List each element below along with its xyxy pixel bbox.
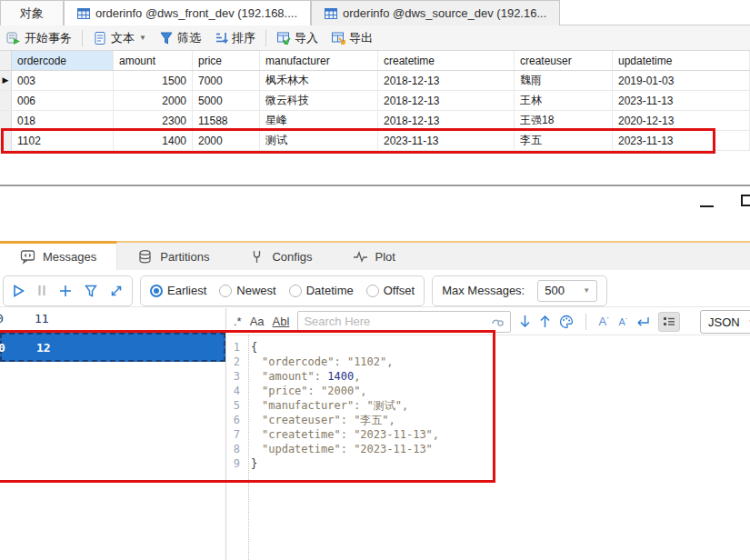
cell-createtime[interactable]: 2018-12-13 (378, 71, 515, 90)
cell-manufacturer[interactable]: 枫禾林木 (260, 71, 378, 90)
column-header-updatetime[interactable]: updatetime (613, 51, 750, 70)
message-row-selected[interactable]: 0 12 (0, 333, 225, 362)
column-header-manufacturer[interactable]: manufacturer (260, 51, 378, 70)
add-button[interactable] (59, 285, 72, 297)
play-button[interactable] (13, 285, 25, 297)
begin-transaction-label: 开始事务 (25, 30, 72, 46)
line-number: 8 (227, 443, 245, 455)
whole-word-toggle[interactable]: Abl (273, 315, 290, 328)
line-number-guide (248, 335, 249, 560)
radio-earliest[interactable]: Earliest (150, 284, 206, 297)
column-header-createtime[interactable]: createtime (378, 51, 515, 70)
line-number: 9 (227, 457, 245, 470)
sort-icon (214, 31, 228, 45)
cell-createtime[interactable]: 2023-11-13 (378, 131, 515, 150)
cell-updatetime[interactable]: 2019-01-03 (613, 71, 750, 90)
begin-transaction-button[interactable]: 开始事务 (0, 27, 78, 49)
cell-amount[interactable]: 1500 (114, 71, 193, 90)
font-decrease-button[interactable]: A˙ (618, 316, 628, 327)
text-view-button[interactable]: 文本 ▼ (86, 27, 153, 49)
format-lines-button[interactable] (658, 312, 680, 332)
cell-ordercode[interactable]: 018 (12, 111, 114, 130)
code-line: 3 "amount": 1400, (227, 369, 750, 384)
cell-amount[interactable]: 1400 (114, 131, 193, 150)
cell-ordercode[interactable]: 003 (12, 71, 114, 90)
tab-plot[interactable]: Plot (333, 243, 415, 270)
json-viewer[interactable]: 1 { 2 "ordercode": "1102", 3 "amount": 1… (227, 335, 750, 560)
offset-value: 12 (36, 341, 51, 355)
panel-divider[interactable] (225, 308, 226, 560)
cell-updatetime[interactable]: 2023-11-13 (613, 131, 750, 150)
cell-createuser[interactable]: 魏雨 (515, 71, 613, 90)
cell-price[interactable]: 2000 (193, 131, 260, 150)
cell-createuser[interactable]: 王强18 (515, 111, 613, 130)
cell-updatetime[interactable]: 2023-11-13 (613, 91, 750, 110)
tab-objects[interactable]: 对象 (0, 0, 64, 25)
tab-orderinfo-source[interactable]: orderinfo @dws_source_dev (192.16... (311, 0, 560, 25)
column-header-amount[interactable]: amount (114, 51, 193, 70)
import-label: 导入 (295, 30, 318, 46)
grid-toolbar: 开始事务 文本 ▼ 筛选 (0, 25, 750, 51)
match-case-toggle[interactable]: Aa (250, 315, 265, 328)
cell-ordercode[interactable]: 1102 (12, 131, 114, 150)
cell-updatetime[interactable]: 2020-12-13 (613, 111, 750, 130)
export-button[interactable]: 导出 (325, 27, 379, 49)
cell-manufacturer[interactable]: 微云科技 (260, 91, 378, 110)
cell-createtime[interactable]: 2018-12-13 (378, 111, 515, 130)
table-row-annotated[interactable]: 1102 1400 2000 测试 2023-11-13 李五 2023-11-… (0, 131, 750, 151)
pause-button[interactable] (37, 285, 46, 296)
max-messages-select[interactable]: 500 ▼ (537, 280, 597, 302)
cell-createuser[interactable]: 王林 (515, 91, 613, 110)
radio-newest[interactable]: Newest (219, 284, 275, 297)
radio-icon (150, 285, 163, 297)
tab-orderinfo-front[interactable]: orderinfo @dws_front_dev (192.168.... (64, 0, 311, 25)
find-previous-icon[interactable] (539, 315, 551, 328)
search-icon[interactable] (492, 316, 505, 327)
export-label: 导出 (349, 30, 373, 46)
tab-plot-label: Plot (375, 250, 395, 264)
radio-newest-label: Newest (236, 284, 275, 297)
tab-partitions[interactable]: Partitions (117, 243, 229, 270)
cell-createtime[interactable]: 2018-12-13 (378, 91, 515, 110)
search-input[interactable] (304, 315, 486, 328)
table-row[interactable]: ▶ 003 1500 7000 枫禾林木 2018-12-13 魏雨 2019-… (0, 71, 750, 91)
sort-button[interactable]: 排序 (207, 27, 262, 49)
maximize-button[interactable] (741, 195, 750, 206)
import-icon (276, 31, 291, 45)
filter-button[interactable] (85, 285, 97, 297)
cell-price[interactable]: 7000 (193, 71, 260, 90)
cell-ordercode[interactable]: 006 (12, 91, 114, 110)
radio-offset[interactable]: Offset (366, 284, 415, 297)
highlight-palette-icon[interactable] (559, 315, 574, 329)
find-next-icon[interactable] (519, 315, 531, 328)
filter-button[interactable]: 筛选 (153, 27, 207, 49)
font-increase-button[interactable]: A˙ (598, 315, 610, 328)
regex-toggle[interactable]: .* (234, 315, 242, 328)
tab-configs[interactable]: Configs (229, 243, 332, 270)
code-line: 8 "updatetime": "2023-11-13" (227, 442, 750, 456)
column-header-createuser[interactable]: createuser (515, 51, 613, 70)
message-row[interactable]: 0 11 (0, 308, 225, 328)
tab-messages[interactable]: Messages (0, 241, 117, 270)
expand-button[interactable] (110, 285, 123, 297)
cell-amount[interactable]: 2300 (114, 111, 193, 130)
minimize-button[interactable] (694, 199, 719, 214)
cell-manufacturer[interactable]: 测试 (260, 131, 378, 150)
column-header-price[interactable]: price (193, 51, 260, 70)
search-box (297, 311, 511, 333)
format-select[interactable]: JSON ▼ (700, 310, 750, 334)
message-viewer-window: Messages Partitions Configs (0, 186, 750, 560)
word-wrap-button[interactable] (636, 315, 650, 327)
cell-price[interactable]: 5000 (193, 91, 260, 110)
column-header-ordercode[interactable]: ordercode (12, 51, 114, 70)
cell-price[interactable]: 11588 (193, 111, 260, 130)
cell-createuser[interactable]: 李五 (515, 131, 613, 150)
table-row[interactable]: 006 2000 5000 微云科技 2018-12-13 王林 2023-11… (0, 91, 750, 111)
import-button[interactable]: 导入 (270, 27, 325, 49)
max-messages-group: Max Messages: 500 ▼ (432, 275, 607, 306)
cell-amount[interactable]: 2000 (114, 91, 193, 110)
code-line: 4 "price": "2000", (227, 384, 750, 398)
table-row[interactable]: 018 2300 11588 星峰 2018-12-13 王强18 2020-1… (0, 111, 750, 131)
radio-datetime[interactable]: Datetime (289, 284, 354, 297)
cell-manufacturer[interactable]: 星峰 (260, 111, 378, 130)
